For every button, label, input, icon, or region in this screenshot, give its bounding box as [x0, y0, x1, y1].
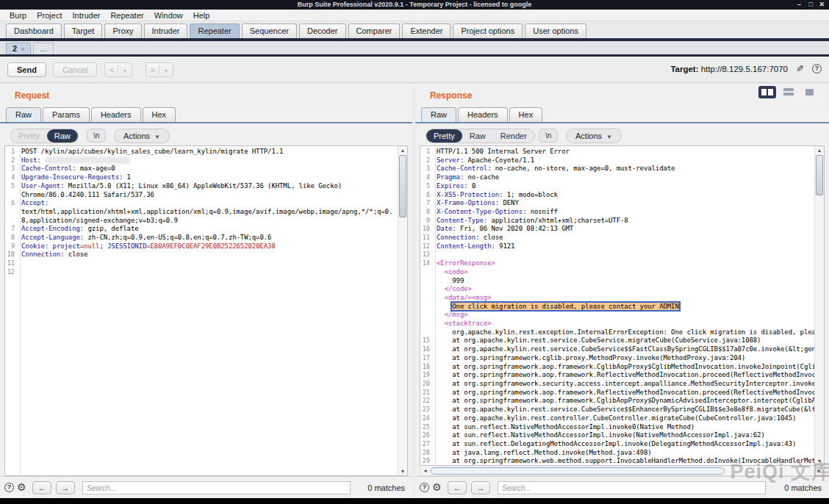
code-line: 8X-Content-Type-Options: nosniff — [420, 208, 814, 217]
tab-dashboard[interactable]: Dashboard — [6, 24, 62, 38]
scroll-down-icon[interactable]: ▼ — [398, 467, 407, 475]
help-icon[interactable]: ? — [4, 483, 14, 492]
scroll-right-icon[interactable]: ► — [815, 467, 823, 475]
gear-icon[interactable]: ⚙ — [432, 481, 442, 493]
search-prev-button[interactable]: ← — [32, 481, 51, 494]
tab-decoder[interactable]: Decoder — [299, 24, 346, 38]
burp-window: Burp Suite Professional v2020.9.1 - Temp… — [0, 0, 829, 504]
code-line: 7Accept-Encoding: gzip, deflate — [5, 225, 398, 234]
tab-comparer[interactable]: Comparer — [348, 24, 401, 38]
menu-item-repeater[interactable]: Repeater — [105, 11, 148, 20]
columns-layout-button[interactable] — [758, 86, 776, 98]
code-line: 4Upgrade-Insecure-Requests: 1 — [5, 173, 398, 182]
raw-view-button[interactable]: Raw — [462, 129, 493, 143]
render-view-button[interactable]: Render — [493, 129, 534, 143]
request-tab-headers[interactable]: Headers — [91, 107, 141, 122]
scrollbar-thumb[interactable] — [399, 155, 406, 217]
actions-button[interactable]: Actions▼ — [566, 129, 622, 143]
response-tab-raw[interactable]: Raw — [421, 107, 456, 122]
code-line: 9Content-Type: application/xhtml+xml;cha… — [420, 217, 814, 226]
target-label: Target: — [670, 65, 698, 73]
next-request-button[interactable]: >▼ — [146, 62, 173, 77]
scrollbar-thumb[interactable] — [431, 467, 725, 475]
rows-layout-button[interactable] — [780, 86, 797, 98]
pretty-view-button[interactable]: Pretty — [11, 129, 47, 143]
search-next-button[interactable]: → — [56, 481, 75, 494]
response-tab-hex[interactable]: Hex — [509, 107, 543, 122]
gear-icon[interactable]: ⚙ — [17, 481, 26, 493]
request-panel: Request Raw Params Headers Hex Pretty Ra… — [0, 84, 412, 498]
target-display: Target: http://8.129.5.167:7070 — [670, 65, 788, 73]
request-tab-hex[interactable]: Hex — [143, 107, 176, 122]
code-line: 26 at sun.reflect.NativeMethodAccessorIm… — [420, 431, 814, 440]
request-vertical-scrollbar[interactable]: ▲ ▼ — [398, 146, 407, 475]
request-tab-params[interactable]: Params — [43, 107, 90, 122]
code-line: 22 at org.springframework.aop.framework.… — [420, 397, 814, 406]
response-horizontal-scrollbar[interactable]: ◄ ► — [420, 467, 825, 476]
response-panel-title: Response — [430, 90, 472, 101]
scroll-up-icon[interactable]: ▲ — [398, 146, 407, 154]
request-tab-raw[interactable]: Raw — [6, 107, 41, 122]
view-mode-switch: Pretty Raw — [10, 129, 79, 143]
tab-repeater[interactable]: Repeater — [190, 24, 239, 38]
search-input[interactable] — [82, 481, 351, 494]
code-line: Chrome/86.0.4240.111 Safari/537.36 — [5, 191, 398, 200]
tab-project-options[interactable]: Project options — [453, 24, 523, 38]
maximize-icon[interactable]: □ — [809, 1, 813, 8]
code-line: 5User-Agent: Mozilla/5.0 (X11; Linux x86… — [5, 182, 398, 191]
session-tab-more[interactable]: ... — [33, 43, 53, 54]
session-tab-label: 2 — [12, 44, 17, 53]
menu-item-burp[interactable]: Burp — [4, 11, 32, 20]
tab-sequencer[interactable]: Sequencer — [242, 24, 297, 38]
code-line: <code> — [420, 268, 814, 277]
scrollbar-thumb[interactable] — [816, 155, 823, 195]
search-next-button[interactable]: → — [471, 481, 490, 494]
menu-item-project[interactable]: Project — [32, 11, 67, 20]
raw-view-button[interactable]: Raw — [47, 129, 78, 143]
minimize-icon[interactable]: – — [797, 1, 801, 8]
menu-item-intruder[interactable]: Intruder — [68, 11, 106, 20]
session-tab-2[interactable]: 2× — [6, 43, 31, 54]
menu-item-help[interactable]: Help — [188, 11, 215, 20]
code-line: 19 at org.springframework.aop.framework.… — [420, 371, 814, 380]
search-prev-button[interactable]: ← — [448, 481, 467, 494]
linebreak-toggle-button[interactable]: \n — [87, 129, 106, 143]
actions-button[interactable]: Actions▼ — [114, 129, 170, 143]
scroll-up-icon[interactable]: ▲ — [815, 146, 824, 154]
previous-request-button[interactable]: <▼ — [104, 62, 132, 77]
help-icon[interactable]: ? — [812, 64, 822, 73]
code-line: 25 at sun.reflect.NativeMethodAccessorIm… — [420, 423, 814, 432]
linebreak-toggle-button[interactable]: \n — [539, 129, 558, 143]
pretty-view-button[interactable]: Pretty — [426, 129, 462, 143]
code-line: 28 at java.lang.reflect.Method.invoke(Me… — [420, 449, 814, 458]
code-line: 10Connection: close — [5, 251, 398, 259]
cancel-button[interactable]: Cancel — [53, 62, 97, 77]
tab-target[interactable]: Target — [64, 24, 103, 38]
close-icon[interactable]: ✕ — [819, 1, 825, 8]
edit-target-icon[interactable]: ✎ — [796, 63, 804, 74]
single-layout-button[interactable] — [801, 86, 819, 98]
code-line: 24 at org.apache.kylin.rest.controller.C… — [420, 414, 814, 423]
response-vertical-scrollbar[interactable]: ▲ ▼ — [814, 146, 824, 465]
tab-extender[interactable]: Extender — [402, 24, 451, 38]
response-editor[interactable]: 1HTTP/1.1 500 Internal Server Error2Serv… — [420, 145, 825, 466]
request-view-toolbar: Pretty Raw \n Actions▼ — [0, 126, 412, 145]
request-tab-bar: Raw Params Headers Hex — [0, 106, 412, 123]
close-tab-icon[interactable]: × — [21, 46, 24, 53]
scroll-down-icon[interactable]: ▼ — [815, 457, 824, 465]
code-line: 15 at org.apache.kylin.rest.service.Cube… — [420, 336, 814, 345]
layout-switcher — [758, 86, 819, 98]
send-button[interactable]: Send — [7, 62, 46, 77]
response-tab-headers[interactable]: Headers — [458, 107, 508, 122]
help-icon[interactable]: ? — [420, 483, 429, 492]
request-editor[interactable]: 1POST /kylin/api/cubes/kylin_sales_cube/… — [4, 145, 408, 476]
scroll-left-icon[interactable]: ◄ — [421, 467, 429, 475]
tab-proxy[interactable]: Proxy — [104, 24, 141, 38]
menu-item-window[interactable]: Window — [149, 11, 188, 20]
chevron-down-icon: ▼ — [163, 68, 168, 73]
tab-user-options[interactable]: User options — [525, 24, 586, 38]
search-input[interactable] — [498, 481, 766, 494]
code-line: 10Date: Fri, 06 Nov 2020 08:42:13 GMT — [420, 225, 814, 234]
response-tab-bar: Raw Headers Hex — [415, 106, 829, 123]
tab-intruder[interactable]: Intruder — [144, 24, 188, 38]
